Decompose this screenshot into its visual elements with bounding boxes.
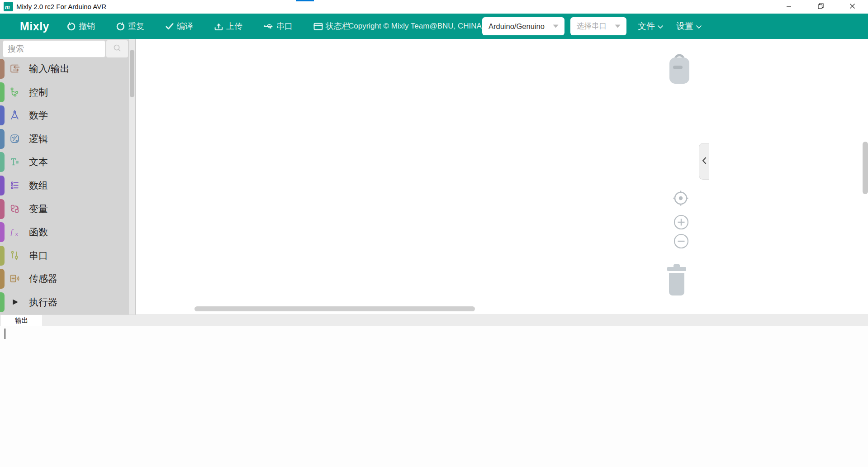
- restore-button[interactable]: [805, 0, 836, 14]
- canvas-vertical-scrollbar[interactable]: [863, 142, 868, 194]
- category-label: 文本: [29, 150, 48, 174]
- text-caret: [5, 329, 5, 339]
- canvas-horizontal-scrollbar[interactable]: [194, 306, 475, 311]
- statusbar-icon: [313, 22, 323, 31]
- redo-icon: [116, 22, 125, 31]
- category-color-bar: [0, 199, 5, 219]
- array-icon: [9, 180, 20, 191]
- serialport-icon: [9, 250, 20, 261]
- menu-label: 文件: [638, 20, 655, 32]
- sidebar-item-io[interactable]: 输入/输出: [0, 57, 128, 81]
- output-panel[interactable]: [0, 326, 868, 467]
- sidebar-item-text[interactable]: 文本: [0, 150, 128, 174]
- search-button[interactable]: [106, 40, 128, 57]
- backpack-icon[interactable]: [668, 52, 691, 87]
- search-input[interactable]: [3, 40, 105, 57]
- category-label: 数组: [29, 174, 48, 197]
- zoom-out-icon: [674, 243, 689, 250]
- sidebar-item-actuator[interactable]: 执行器: [0, 291, 128, 314]
- toolbar-button-label: 串口: [276, 21, 293, 32]
- toolbar-button-redo[interactable]: 重复: [116, 21, 144, 32]
- menu-file[interactable]: 文件: [638, 20, 664, 32]
- svg-text:m: m: [5, 4, 10, 10]
- category-label: 函数: [29, 220, 48, 244]
- sidebar-item-array[interactable]: 数组: [0, 174, 128, 197]
- category-color-bar: [0, 176, 5, 195]
- category-list: 输入/输出控制数学逻辑文本数组变量fx函数串口传感器执行器: [0, 57, 128, 314]
- toolbar-menus: 文件设置: [638, 14, 702, 39]
- sidebar-item-sensor[interactable]: 传感器: [0, 267, 128, 291]
- sidebar-item-control[interactable]: 控制: [0, 81, 128, 104]
- category-label: 变量: [29, 197, 48, 221]
- usb-icon: [263, 22, 274, 31]
- port-select-placeholder: 选择串口: [577, 21, 607, 31]
- trash-icon[interactable]: [664, 263, 689, 299]
- category-label: 传感器: [29, 267, 57, 291]
- toolbar-button-label: 编译: [177, 21, 193, 32]
- port-select[interactable]: 选择串口: [570, 17, 626, 35]
- sidebar-item-logic[interactable]: 逻辑: [0, 127, 128, 151]
- close-icon: [849, 3, 855, 11]
- variable-icon: [9, 203, 20, 214]
- board-select-value: Arduino/Genuino: [489, 22, 545, 31]
- text-icon: [9, 156, 20, 167]
- category-label: 逻辑: [29, 127, 48, 151]
- category-label: 输入/输出: [29, 57, 70, 81]
- toolbar-button-serial-monitor[interactable]: 串口: [263, 21, 293, 32]
- menu-label: 设置: [676, 20, 693, 32]
- sidebar-item-serial[interactable]: 串口: [0, 244, 128, 267]
- category-label: 数学: [29, 104, 48, 127]
- category-label: 执行器: [29, 291, 57, 314]
- category-color-bar: [0, 82, 5, 102]
- category-color-bar: [0, 269, 5, 289]
- toolbar-button-undo[interactable]: 撤销: [66, 21, 95, 32]
- sidebar-item-variable[interactable]: 变量: [0, 197, 128, 221]
- blocks-canvas[interactable]: [136, 39, 868, 315]
- category-color-bar: [0, 105, 5, 125]
- zoom-out-button[interactable]: [674, 234, 689, 251]
- minimize-button[interactable]: [773, 0, 805, 14]
- undo-icon: [66, 22, 76, 31]
- control-icon: [9, 86, 20, 98]
- sidebar-item-function[interactable]: fx函数: [0, 220, 128, 244]
- brand-logo[interactable]: Mixly: [20, 14, 49, 39]
- toolbar-button-statusbar[interactable]: 状态栏: [313, 21, 350, 32]
- toolbar-buttons: 撤销重复编译上传串口状态栏: [66, 14, 350, 39]
- svg-text:f: f: [10, 227, 14, 236]
- close-button[interactable]: [836, 0, 868, 14]
- sidebar-scrollbar-thumb[interactable]: [130, 50, 134, 97]
- upload-icon: [214, 22, 223, 31]
- board-select[interactable]: Arduino/Genuino: [482, 17, 564, 35]
- category-label: 串口: [29, 244, 48, 267]
- sidebar-scrollbar[interactable]: [129, 39, 135, 315]
- toolbar-button-label: 状态栏: [326, 21, 350, 32]
- recenter-button[interactable]: [672, 189, 690, 209]
- toolbar-button-upload[interactable]: 上传: [214, 21, 242, 32]
- toolbar-button-compile[interactable]: 编译: [165, 21, 193, 32]
- sidebar-item-math[interactable]: 数学: [0, 104, 128, 127]
- recenter-icon: [672, 201, 690, 209]
- copyright-text: Copyright © Mixly Team@BNU, CHINA: [348, 14, 482, 39]
- menu-settings[interactable]: 设置: [676, 20, 702, 32]
- output-tabbar: 输出: [0, 315, 868, 326]
- math-icon: [9, 110, 20, 121]
- category-color-bar: [0, 152, 5, 172]
- actuator-icon: [9, 296, 20, 308]
- collapse-panel-button[interactable]: [699, 143, 709, 180]
- window-title: Mixly 2.0 rc2 For Arduino AVR: [16, 0, 106, 14]
- minimize-icon: [786, 3, 792, 11]
- chevron-down-icon: [657, 21, 664, 31]
- sensor-icon: [9, 273, 20, 284]
- category-color-bar: [0, 129, 5, 149]
- search-icon: [113, 43, 122, 55]
- chevron-down-icon: [614, 22, 621, 30]
- tab-output[interactable]: 输出: [1, 315, 42, 326]
- category-color-bar: [0, 246, 5, 266]
- toolbar: Mixly 撤销重复编译上传串口状态栏 Copyright © Mixly Te…: [0, 14, 868, 39]
- zoom-in-button[interactable]: [674, 214, 689, 232]
- toolbar-button-label: 撤销: [79, 21, 95, 32]
- app-logo-icon: m: [4, 2, 13, 11]
- category-color-bar: [0, 59, 5, 79]
- titlebar: m Mixly 2.0 rc2 For Arduino AVR: [0, 0, 868, 14]
- restore-icon: [818, 3, 824, 11]
